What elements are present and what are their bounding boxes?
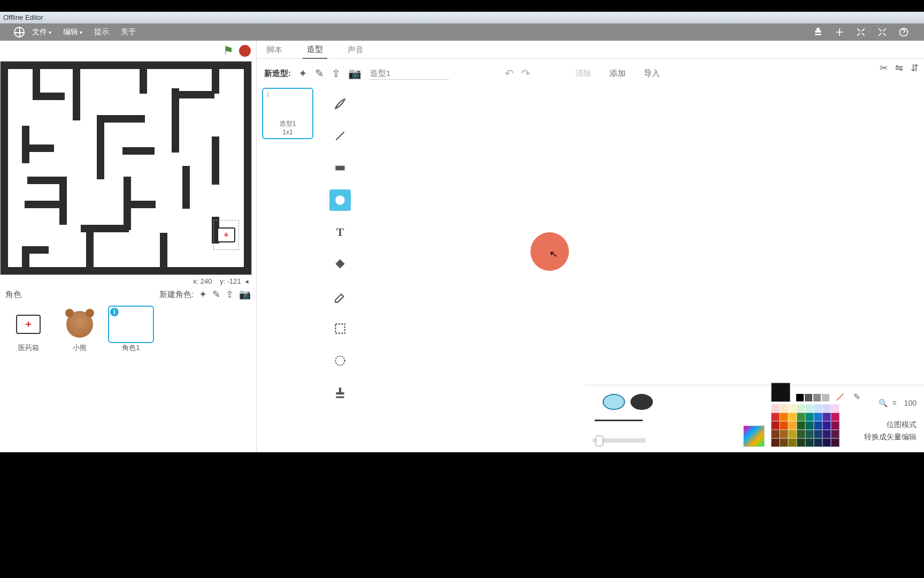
sprite-medkit[interactable]: 医药箱 [5,306,51,353]
crop-icon[interactable]: ✂ [880,62,888,74]
color-swatch[interactable] [788,430,797,438]
gray-swatch[interactable] [813,393,821,402]
gradient-picker[interactable] [743,425,765,447]
menu-about[interactable]: 关于 [121,27,136,37]
zoom-out-icon[interactable]: 🔍 [879,399,888,407]
clear-button[interactable]: 清除 [575,69,591,79]
sprite-role1[interactable]: 角色1 [108,306,154,353]
tab-costumes[interactable]: 造型 [303,41,327,59]
flip-h-icon[interactable]: ⇋ [895,62,903,74]
line-tool[interactable] [329,125,351,147]
color-swatch[interactable] [771,413,780,421]
color-swatch[interactable] [797,438,805,447]
convert-vector-link[interactable]: 转换成矢量编辑 [864,431,917,443]
help-icon[interactable] [898,27,909,37]
menu-edit[interactable]: 编辑 [63,27,82,37]
menu-tips[interactable]: 提示 [94,27,109,37]
stroke-width-slider[interactable] [592,438,646,443]
color-swatch[interactable] [780,413,788,421]
stroke-color-icon[interactable] [836,393,844,400]
menu-file[interactable]: 文件 [32,27,51,37]
fill-tool[interactable] [329,254,351,275]
costume-paint-icon[interactable]: ✎ [315,67,324,80]
color-swatch[interactable] [797,404,805,413]
gray-swatch[interactable] [804,393,813,402]
costume-library-icon[interactable]: ✦ [298,67,307,80]
color-swatch[interactable] [814,404,822,413]
brush-tool[interactable] [329,93,351,115]
color-swatch[interactable] [831,404,840,413]
shrink-icon[interactable] [877,27,888,37]
color-swatch[interactable] [831,438,840,447]
color-swatch[interactable] [788,438,797,447]
color-swatch[interactable] [805,413,814,421]
color-swatch[interactable] [831,430,840,438]
eyedropper-icon[interactable]: ✎ [853,392,860,402]
color-swatch[interactable] [771,404,780,413]
color-swatch[interactable] [822,438,831,447]
color-swatch[interactable] [797,413,805,421]
tab-sounds[interactable]: 声音 [343,42,368,58]
color-swatch[interactable] [831,413,840,421]
color-swatch[interactable] [822,413,831,421]
stamp-icon[interactable] [813,27,823,37]
color-swatch[interactable] [780,421,788,430]
color-swatch[interactable] [805,438,814,447]
paint-icon[interactable]: ✎ [212,288,220,300]
current-color[interactable] [771,383,790,402]
costume-name-input[interactable] [369,67,449,80]
color-swatch[interactable] [805,404,814,413]
select-tool[interactable] [329,318,351,339]
color-swatch[interactable] [780,438,788,447]
undo-icon[interactable]: ↶ [505,67,514,80]
color-swatch[interactable] [822,430,831,438]
zoom-reset-icon[interactable]: = [892,399,896,407]
redo-icon[interactable]: ↷ [521,67,530,80]
rect-tool[interactable] [329,157,351,179]
green-flag-icon[interactable]: ⚑ [223,44,234,58]
color-swatch[interactable] [805,430,814,438]
language-icon[interactable] [14,27,25,37]
outline-ellipse-option[interactable] [603,394,625,410]
costume-upload-icon[interactable]: ⇪ [332,67,341,80]
color-swatch[interactable] [805,421,814,430]
costume-camera-icon[interactable]: 📷 [348,67,361,80]
import-button[interactable]: 导入 [644,69,660,79]
color-swatch[interactable] [814,413,822,421]
color-swatch[interactable] [788,413,797,421]
text-tool[interactable]: T [329,222,351,243]
color-swatch[interactable] [780,430,788,438]
stop-icon[interactable] [239,45,251,57]
sprite-bear[interactable]: 小熊 [57,306,103,353]
color-swatch[interactable] [822,404,831,413]
costume-thumb[interactable]: 1 造型1 1x1 [262,88,313,139]
color-swatch[interactable] [814,421,822,430]
tab-scripts[interactable]: 脚本 [262,42,287,58]
color-swatch[interactable] [771,421,780,430]
filled-ellipse-option[interactable] [630,394,653,410]
gray-swatch[interactable] [796,393,804,402]
color-swatch[interactable] [771,430,780,438]
ellipse-tool[interactable]: 椭圆 (Shift：圆) [329,189,351,211]
add-button[interactable]: 添加 [610,69,626,79]
color-swatch[interactable] [788,421,797,430]
color-swatch[interactable] [814,430,822,438]
gray-swatch[interactable] [821,393,830,402]
color-swatch[interactable] [822,421,831,430]
color-swatch[interactable] [831,421,840,430]
color-swatch[interactable] [788,404,797,413]
eraser-tool[interactable] [329,286,351,307]
stage[interactable] [0,61,252,275]
color-swatch[interactable] [814,438,822,447]
stamp-tool[interactable] [329,382,351,404]
flip-v-icon[interactable]: ⇵ [911,62,919,74]
color-swatch[interactable] [780,404,788,413]
upload-icon[interactable]: ⇪ [226,288,234,300]
wand-tool[interactable] [329,350,351,371]
duplicate-icon[interactable] [834,27,845,37]
camera-icon[interactable]: 📷 [239,288,251,300]
grow-icon[interactable] [856,27,866,37]
color-swatch[interactable] [771,438,780,447]
color-swatch[interactable] [797,421,805,430]
medkit-sprite[interactable] [217,227,235,242]
